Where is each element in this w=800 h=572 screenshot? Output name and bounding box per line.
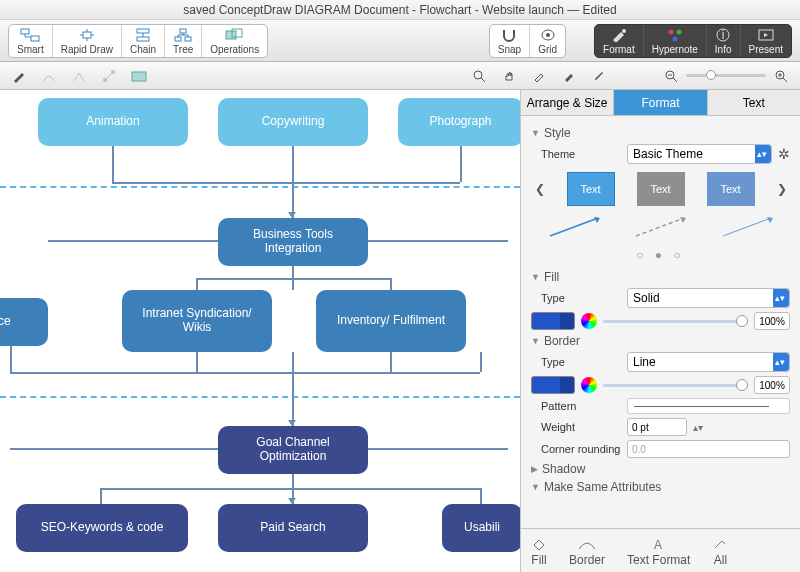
- border-type-select[interactable]: Line▴▾: [627, 352, 790, 372]
- section-msa[interactable]: ▼Make Same Attributes: [531, 480, 790, 494]
- page-dots[interactable]: ○ ● ○: [531, 248, 790, 262]
- info-button[interactable]: iInfo: [707, 25, 741, 57]
- linestyle-3[interactable]: [719, 214, 775, 240]
- main-toolbar: Smart Rapid Draw Chain Tree Operations S…: [0, 20, 800, 62]
- svg-rect-2: [83, 32, 91, 38]
- svg-text:i: i: [722, 28, 725, 42]
- section-fill[interactable]: ▼Fill: [531, 270, 790, 284]
- node-animation[interactable]: Animation: [38, 98, 188, 146]
- theme-select[interactable]: Basic Theme▴▾: [627, 144, 772, 164]
- inspector-footer: Fill Border AText Format All: [521, 528, 800, 572]
- curve-tool-icon[interactable]: [40, 67, 58, 85]
- svg-text:A: A: [654, 538, 662, 551]
- section-shadow[interactable]: ▶Shadow: [531, 462, 790, 476]
- stepper-icon[interactable]: ▴▾: [693, 422, 703, 433]
- svg-point-13: [668, 29, 673, 34]
- dropper2-icon[interactable]: [560, 67, 578, 85]
- angle-tool-icon[interactable]: [70, 67, 88, 85]
- window-title: saved ConceptDraw DIAGRAM Document - Flo…: [0, 0, 800, 20]
- node-copywriting[interactable]: Copywriting: [218, 98, 368, 146]
- theme-preview-2[interactable]: Text: [637, 172, 685, 206]
- chain-button[interactable]: Chain: [122, 25, 165, 57]
- zoom-out-icon[interactable]: [662, 67, 680, 85]
- node-photograph[interactable]: Photograph: [398, 98, 520, 146]
- format-button[interactable]: Format: [595, 25, 644, 57]
- section-style[interactable]: ▼Style: [531, 126, 790, 140]
- magnify-icon[interactable]: [470, 67, 488, 85]
- svg-rect-1: [31, 36, 39, 41]
- tools-bar: [0, 62, 800, 90]
- brush-icon[interactable]: [590, 67, 608, 85]
- node-usability[interactable]: Usabili: [442, 504, 520, 552]
- node-goal[interactable]: Goal Channel Optimization: [218, 426, 368, 474]
- gear-icon[interactable]: ✲: [778, 146, 790, 162]
- color-wheel-icon[interactable]: [581, 313, 597, 329]
- node-tool-icon[interactable]: [100, 67, 118, 85]
- canvas[interactable]: Animation Copywriting Photograph Busines…: [0, 90, 520, 572]
- node-bti[interactable]: Business Tools Integration: [218, 218, 368, 266]
- fill-opacity-slider[interactable]: [603, 320, 748, 323]
- footer-all[interactable]: All: [712, 535, 728, 567]
- svg-rect-5: [180, 29, 186, 33]
- chevron-left-icon[interactable]: ❮: [535, 182, 545, 196]
- tab-text[interactable]: Text: [708, 90, 800, 115]
- rapid-draw-button[interactable]: Rapid Draw: [53, 25, 122, 57]
- weight-field[interactable]: 0 pt: [627, 418, 687, 436]
- theme-preview-3[interactable]: Text: [707, 172, 755, 206]
- svg-rect-7: [185, 37, 191, 41]
- border-opacity-field[interactable]: 100%: [754, 376, 790, 394]
- corner-field[interactable]: 0.0: [627, 440, 790, 458]
- smart-button[interactable]: Smart: [9, 25, 53, 57]
- snap-button[interactable]: Snap: [490, 25, 530, 57]
- grid-button[interactable]: Grid: [530, 25, 565, 57]
- svg-rect-0: [21, 29, 29, 34]
- color-wheel-icon[interactable]: [581, 377, 597, 393]
- fill-type-select[interactable]: Solid▴▾: [627, 288, 790, 308]
- chevron-right-icon[interactable]: ❯: [777, 182, 787, 196]
- linestyle-2[interactable]: [632, 214, 688, 240]
- svg-rect-8: [226, 31, 236, 39]
- tab-arrange[interactable]: Arrange & Size: [521, 90, 614, 115]
- rect-tool-icon[interactable]: [130, 67, 148, 85]
- eyedropper-icon[interactable]: [530, 67, 548, 85]
- present-button[interactable]: Present: [741, 25, 791, 57]
- tab-format[interactable]: Format: [614, 90, 707, 115]
- border-color-swatch[interactable]: [531, 376, 575, 394]
- svg-point-11: [546, 33, 550, 37]
- pen-tool-icon[interactable]: [10, 67, 28, 85]
- node-seo[interactable]: SEO-Keywords & code: [16, 504, 188, 552]
- hand-icon[interactable]: [500, 67, 518, 85]
- section-border[interactable]: ▼Border: [531, 334, 790, 348]
- svg-rect-6: [175, 37, 181, 41]
- svg-rect-21: [132, 72, 146, 81]
- svg-point-22: [474, 71, 482, 79]
- fill-opacity-field[interactable]: 100%: [754, 312, 790, 330]
- border-opacity-slider[interactable]: [603, 384, 748, 387]
- theme-preview-1[interactable]: Text: [567, 172, 615, 206]
- zoom-slider[interactable]: [686, 74, 766, 77]
- tree-button[interactable]: Tree: [165, 25, 202, 57]
- footer-fill[interactable]: Fill: [531, 535, 547, 567]
- operations-button[interactable]: Operations: [202, 25, 267, 57]
- node-merce[interactable]: merce: [0, 298, 48, 346]
- svg-point-14: [676, 29, 681, 34]
- node-paid[interactable]: Paid Search: [218, 504, 368, 552]
- fill-color-swatch[interactable]: [531, 312, 575, 330]
- node-inventory[interactable]: Inventory/ Fulfilment: [316, 290, 466, 352]
- zoom-in-icon[interactable]: [772, 67, 790, 85]
- hypernote-button[interactable]: Hypernote: [644, 25, 707, 57]
- svg-rect-3: [137, 29, 149, 33]
- footer-border[interactable]: Border: [569, 535, 605, 567]
- inspector-panel: Arrange & Size Format Text ▼Style ThemeB…: [520, 90, 800, 572]
- linestyle-1[interactable]: [546, 214, 602, 240]
- node-intranet[interactable]: Intranet Syndication/ Wikis: [122, 290, 272, 352]
- svg-rect-4: [137, 37, 149, 41]
- svg-point-15: [672, 36, 677, 41]
- footer-textformat[interactable]: AText Format: [627, 535, 690, 567]
- pattern-select[interactable]: [627, 398, 790, 414]
- svg-point-12: [622, 29, 626, 33]
